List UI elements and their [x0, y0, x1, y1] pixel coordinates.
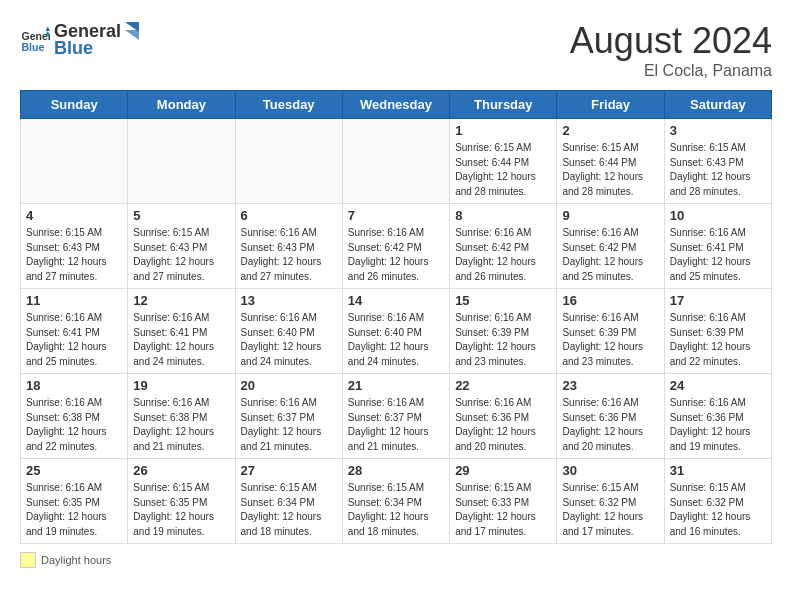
day-info: Sunrise: 6:16 AM Sunset: 6:41 PM Dayligh… — [670, 226, 766, 284]
calendar-cell: 8Sunrise: 6:16 AM Sunset: 6:42 PM Daylig… — [450, 204, 557, 289]
day-info: Sunrise: 6:16 AM Sunset: 6:41 PM Dayligh… — [26, 311, 122, 369]
location-subtitle: El Cocla, Panama — [570, 62, 772, 80]
day-number: 26 — [133, 463, 229, 478]
day-number: 12 — [133, 293, 229, 308]
calendar-cell: 28Sunrise: 6:15 AM Sunset: 6:34 PM Dayli… — [342, 459, 449, 544]
day-info: Sunrise: 6:16 AM Sunset: 6:39 PM Dayligh… — [562, 311, 658, 369]
daylight-legend: Daylight hours — [20, 552, 111, 568]
day-number: 23 — [562, 378, 658, 393]
calendar-body: 1Sunrise: 6:15 AM Sunset: 6:44 PM Daylig… — [21, 119, 772, 544]
day-info: Sunrise: 6:16 AM Sunset: 6:39 PM Dayligh… — [670, 311, 766, 369]
calendar-week-5: 25Sunrise: 6:16 AM Sunset: 6:35 PM Dayli… — [21, 459, 772, 544]
day-number: 27 — [241, 463, 337, 478]
calendar-cell: 5Sunrise: 6:15 AM Sunset: 6:43 PM Daylig… — [128, 204, 235, 289]
day-info: Sunrise: 6:16 AM Sunset: 6:35 PM Dayligh… — [26, 481, 122, 539]
day-header-saturday: Saturday — [664, 91, 771, 119]
day-number: 16 — [562, 293, 658, 308]
day-header-thursday: Thursday — [450, 91, 557, 119]
calendar-cell: 22Sunrise: 6:16 AM Sunset: 6:36 PM Dayli… — [450, 374, 557, 459]
day-number: 10 — [670, 208, 766, 223]
day-info: Sunrise: 6:16 AM Sunset: 6:39 PM Dayligh… — [455, 311, 551, 369]
day-info: Sunrise: 6:15 AM Sunset: 6:43 PM Dayligh… — [26, 226, 122, 284]
day-number: 31 — [670, 463, 766, 478]
day-number: 22 — [455, 378, 551, 393]
day-number: 28 — [348, 463, 444, 478]
day-info: Sunrise: 6:16 AM Sunset: 6:40 PM Dayligh… — [241, 311, 337, 369]
day-info: Sunrise: 6:16 AM Sunset: 6:37 PM Dayligh… — [241, 396, 337, 454]
day-number: 7 — [348, 208, 444, 223]
day-number: 19 — [133, 378, 229, 393]
day-headers-row: SundayMondayTuesdayWednesdayThursdayFrid… — [21, 91, 772, 119]
day-info: Sunrise: 6:15 AM Sunset: 6:32 PM Dayligh… — [670, 481, 766, 539]
day-number: 18 — [26, 378, 122, 393]
calendar-cell: 25Sunrise: 6:16 AM Sunset: 6:35 PM Dayli… — [21, 459, 128, 544]
calendar-cell: 1Sunrise: 6:15 AM Sunset: 6:44 PM Daylig… — [450, 119, 557, 204]
day-info: Sunrise: 6:15 AM Sunset: 6:44 PM Dayligh… — [562, 141, 658, 199]
svg-marker-2 — [46, 26, 51, 31]
calendar-cell — [235, 119, 342, 204]
day-number: 20 — [241, 378, 337, 393]
calendar-cell — [342, 119, 449, 204]
day-number: 17 — [670, 293, 766, 308]
day-number: 4 — [26, 208, 122, 223]
calendar-cell: 19Sunrise: 6:16 AM Sunset: 6:38 PM Dayli… — [128, 374, 235, 459]
day-number: 3 — [670, 123, 766, 138]
calendar-week-2: 4Sunrise: 6:15 AM Sunset: 6:43 PM Daylig… — [21, 204, 772, 289]
calendar-cell — [128, 119, 235, 204]
day-header-monday: Monday — [128, 91, 235, 119]
calendar-footer: Daylight hours — [20, 552, 772, 570]
svg-text:Blue: Blue — [22, 40, 45, 52]
day-header-wednesday: Wednesday — [342, 91, 449, 119]
day-number: 29 — [455, 463, 551, 478]
day-number: 5 — [133, 208, 229, 223]
day-info: Sunrise: 6:15 AM Sunset: 6:43 PM Dayligh… — [670, 141, 766, 199]
calendar-cell: 7Sunrise: 6:16 AM Sunset: 6:42 PM Daylig… — [342, 204, 449, 289]
calendar-cell: 29Sunrise: 6:15 AM Sunset: 6:33 PM Dayli… — [450, 459, 557, 544]
day-info: Sunrise: 6:16 AM Sunset: 6:36 PM Dayligh… — [455, 396, 551, 454]
day-info: Sunrise: 6:16 AM Sunset: 6:41 PM Dayligh… — [133, 311, 229, 369]
calendar-cell: 12Sunrise: 6:16 AM Sunset: 6:41 PM Dayli… — [128, 289, 235, 374]
day-number: 6 — [241, 208, 337, 223]
daylight-label: Daylight hours — [41, 554, 111, 566]
day-number: 14 — [348, 293, 444, 308]
calendar-cell: 17Sunrise: 6:16 AM Sunset: 6:39 PM Dayli… — [664, 289, 771, 374]
calendar-cell: 10Sunrise: 6:16 AM Sunset: 6:41 PM Dayli… — [664, 204, 771, 289]
day-info: Sunrise: 6:16 AM Sunset: 6:38 PM Dayligh… — [26, 396, 122, 454]
day-number: 21 — [348, 378, 444, 393]
day-info: Sunrise: 6:16 AM Sunset: 6:37 PM Dayligh… — [348, 396, 444, 454]
calendar-week-1: 1Sunrise: 6:15 AM Sunset: 6:44 PM Daylig… — [21, 119, 772, 204]
calendar-cell: 3Sunrise: 6:15 AM Sunset: 6:43 PM Daylig… — [664, 119, 771, 204]
calendar-cell: 26Sunrise: 6:15 AM Sunset: 6:35 PM Dayli… — [128, 459, 235, 544]
logo-icon: General Blue — [20, 25, 50, 55]
daylight-swatch — [20, 552, 36, 568]
calendar-cell: 30Sunrise: 6:15 AM Sunset: 6:32 PM Dayli… — [557, 459, 664, 544]
calendar-cell — [21, 119, 128, 204]
day-info: Sunrise: 6:16 AM Sunset: 6:38 PM Dayligh… — [133, 396, 229, 454]
day-info: Sunrise: 6:15 AM Sunset: 6:43 PM Dayligh… — [133, 226, 229, 284]
page-header: General Blue General Blue August 2024 El… — [20, 20, 772, 80]
day-info: Sunrise: 6:15 AM Sunset: 6:32 PM Dayligh… — [562, 481, 658, 539]
logo: General Blue General Blue — [20, 20, 141, 59]
calendar-cell: 31Sunrise: 6:15 AM Sunset: 6:32 PM Dayli… — [664, 459, 771, 544]
calendar-cell: 13Sunrise: 6:16 AM Sunset: 6:40 PM Dayli… — [235, 289, 342, 374]
day-number: 13 — [241, 293, 337, 308]
day-number: 11 — [26, 293, 122, 308]
day-info: Sunrise: 6:15 AM Sunset: 6:33 PM Dayligh… — [455, 481, 551, 539]
calendar-cell: 23Sunrise: 6:16 AM Sunset: 6:36 PM Dayli… — [557, 374, 664, 459]
day-info: Sunrise: 6:16 AM Sunset: 6:42 PM Dayligh… — [562, 226, 658, 284]
calendar-cell: 14Sunrise: 6:16 AM Sunset: 6:40 PM Dayli… — [342, 289, 449, 374]
day-info: Sunrise: 6:16 AM Sunset: 6:42 PM Dayligh… — [455, 226, 551, 284]
day-info: Sunrise: 6:15 AM Sunset: 6:35 PM Dayligh… — [133, 481, 229, 539]
logo-triangle-icon — [123, 20, 141, 42]
calendar-table: SundayMondayTuesdayWednesdayThursdayFrid… — [20, 90, 772, 544]
day-number: 9 — [562, 208, 658, 223]
day-number: 25 — [26, 463, 122, 478]
calendar-cell: 15Sunrise: 6:16 AM Sunset: 6:39 PM Dayli… — [450, 289, 557, 374]
title-block: August 2024 El Cocla, Panama — [570, 20, 772, 80]
day-header-friday: Friday — [557, 91, 664, 119]
day-info: Sunrise: 6:15 AM Sunset: 6:44 PM Dayligh… — [455, 141, 551, 199]
day-info: Sunrise: 6:16 AM Sunset: 6:36 PM Dayligh… — [670, 396, 766, 454]
day-number: 30 — [562, 463, 658, 478]
day-number: 24 — [670, 378, 766, 393]
calendar-cell: 16Sunrise: 6:16 AM Sunset: 6:39 PM Dayli… — [557, 289, 664, 374]
